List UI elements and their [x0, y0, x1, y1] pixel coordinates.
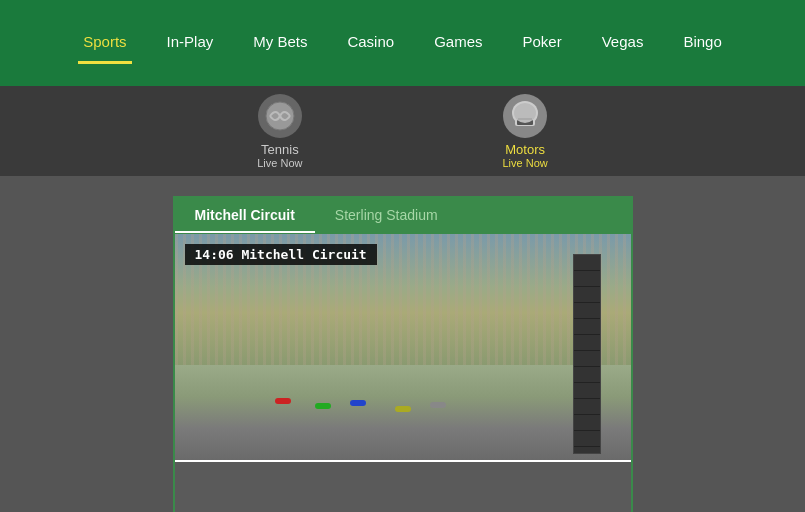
nav-label-casino: Casino [347, 33, 394, 50]
tab-mitchell-circuit[interactable]: Mitchell Circuit [175, 199, 315, 233]
race-car-1 [275, 398, 291, 404]
nav-label-sports: Sports [83, 33, 126, 50]
race-car-5 [430, 402, 446, 408]
nav-label-games: Games [434, 33, 482, 50]
race-panel: Mitchell Circuit Sterling Stadium [173, 196, 633, 512]
race-tabs: Mitchell Circuit Sterling Stadium [175, 198, 631, 234]
main-content: Mitchell Circuit Sterling Stadium [0, 176, 805, 512]
nav-item-casino[interactable]: Casino [342, 23, 399, 60]
nav-item-poker[interactable]: Poker [518, 23, 567, 60]
motors-icon [503, 94, 547, 138]
track-surface [175, 365, 631, 513]
top-navigation: Sports In-Play My Bets Casino Games Poke… [0, 0, 805, 82]
svg-rect-5 [518, 118, 532, 120]
nav-label-poker: Poker [523, 33, 562, 50]
race-car-3 [350, 400, 366, 406]
motors-label: Motors [505, 142, 545, 157]
nav-label-bingo: Bingo [683, 33, 721, 50]
nav-label-mybets: My Bets [253, 33, 307, 50]
track-scene: 14:06 Mitchell Circuit [175, 234, 631, 512]
motors-sublabel: Live Now [503, 157, 548, 169]
tab-sterling-stadium[interactable]: Sterling Stadium [315, 199, 458, 233]
timing-tower [573, 254, 601, 454]
race-car-4 [395, 406, 411, 412]
track-road [175, 460, 631, 512]
race-car-2 [315, 403, 331, 409]
sport-item-motors[interactable]: Motors Live Now [503, 94, 548, 169]
nav-item-mybets[interactable]: My Bets [248, 23, 312, 60]
tennis-sublabel: Live Now [257, 157, 302, 169]
nav-label-vegas: Vegas [602, 33, 644, 50]
nav-item-sports[interactable]: Sports [78, 23, 131, 60]
tennis-label: Tennis [261, 142, 299, 157]
nav-item-inplay[interactable]: In-Play [162, 23, 219, 60]
sport-item-tennis[interactable]: Tennis Live Now [257, 94, 302, 169]
time-overlay: 14:06 Mitchell Circuit [185, 244, 377, 265]
nav-item-bingo[interactable]: Bingo [678, 23, 726, 60]
race-video-area: 14:06 Mitchell Circuit [175, 234, 631, 512]
nav-item-vegas[interactable]: Vegas [597, 23, 649, 60]
tennis-icon [258, 94, 302, 138]
sports-icons-bar: Tennis Live Now Motors Live Now [0, 86, 805, 176]
nav-item-games[interactable]: Games [429, 23, 487, 60]
nav-label-inplay: In-Play [167, 33, 214, 50]
